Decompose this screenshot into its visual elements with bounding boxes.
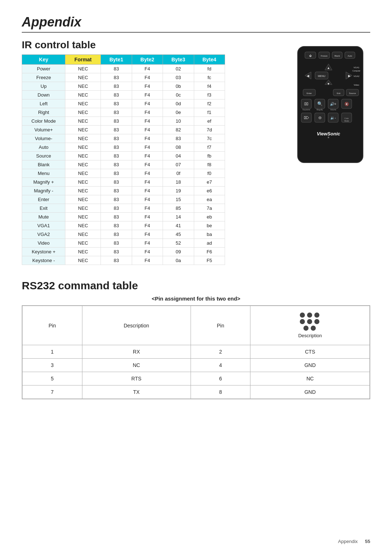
ir-data-cell: NEC [65, 65, 101, 73]
ir-data-cell: 0c [163, 91, 194, 99]
connector-desc-label: Description [298, 333, 322, 338]
ir-table-row: Volume+NEC83F4827d [22, 126, 225, 134]
ir-data-cell: f8 [194, 160, 225, 169]
footer-page: 55 [365, 539, 370, 544]
ir-data-cell: F4 [132, 204, 163, 213]
ir-data-cell: be [194, 221, 225, 230]
ir-data-cell: NEC [65, 117, 101, 126]
ir-data-cell: 83 [101, 204, 132, 213]
connector-dots-row3 [303, 326, 317, 331]
ir-data-cell: NEC [65, 204, 101, 213]
ir-data-cell: NEC [65, 143, 101, 152]
ir-data-cell: NEC [65, 230, 101, 239]
remote-control-image: ⏻ Freeze Blank Auto VGA1 Computer ▲ ◀ ME… [294, 43, 367, 166]
rs232-table-wrapper: Pin Description Pin [22, 305, 370, 399]
ir-table-row: Color ModeNEC83F410ef [22, 117, 225, 126]
rs232-title: RS232 command table [22, 279, 370, 292]
rs232-table-row: 5RTS6NC [23, 372, 370, 385]
ir-data-cell: F4 [132, 256, 163, 265]
ir-section: IR control table Key Format Byte1 Byte2 … [22, 39, 370, 265]
ir-data-cell: f7 [194, 143, 225, 152]
footer-label: Appendix [338, 539, 358, 544]
ir-data-cell: 83 [101, 73, 132, 82]
svg-text:Video: Video [354, 84, 359, 86]
ir-data-cell: F4 [132, 82, 163, 91]
svg-text:Color: Color [344, 117, 349, 119]
ir-key-cell: Exit [22, 204, 65, 213]
ir-data-cell: F4 [132, 134, 163, 143]
ir-col-byte1: Byte1 [101, 55, 132, 65]
ir-data-cell: 83 [101, 99, 132, 108]
ir-data-cell: NEC [65, 152, 101, 160]
rs232-col-pin2: Pin [191, 306, 250, 345]
ir-key-cell: Source [22, 152, 65, 160]
ir-data-cell: NEC [65, 213, 101, 221]
ir-table-row: Magnify -NEC83F419e6 [22, 187, 225, 195]
ir-table-row: BlankNEC83F407f8 [22, 160, 225, 169]
ir-col-byte3: Byte3 [163, 55, 194, 65]
ir-data-cell: 83 [101, 256, 132, 265]
ir-data-cell: e6 [194, 187, 225, 195]
svg-text:Volume: Volume [330, 109, 336, 111]
ir-data-cell: f3 [194, 91, 225, 99]
ir-data-cell: F4 [132, 143, 163, 152]
dot-1 [300, 313, 305, 318]
ir-data-cell: 83 [101, 178, 132, 187]
svg-text:⏻: ⏻ [309, 54, 312, 57]
ir-data-cell: 02 [163, 65, 194, 73]
ir-data-cell: F4 [132, 230, 163, 239]
ir-key-cell: Enter [22, 195, 65, 204]
ir-data-cell: e7 [194, 178, 225, 187]
ir-data-cell: 0b [163, 82, 194, 91]
ir-data-cell: 18 [163, 178, 194, 187]
ir-data-cell: 0e [163, 108, 194, 117]
ir-table-row: UpNEC83F40bf4 [22, 82, 225, 91]
pin-assignment-title: <Pin assignment for this two end> [22, 295, 370, 302]
ir-data-cell: F4 [132, 91, 163, 99]
svg-text:⌦: ⌦ [304, 116, 309, 120]
ir-data-cell: F4 [132, 160, 163, 169]
ir-key-cell: Left [22, 99, 65, 108]
ir-data-cell: 7c [194, 134, 225, 143]
ir-key-cell: Freeze [22, 73, 65, 82]
dot-2 [307, 313, 312, 318]
ir-data-cell: F4 [132, 248, 163, 256]
ir-data-cell: 83 [101, 239, 132, 248]
rs232-data-cell: 1 [23, 345, 82, 359]
rs232-table-row: 3NC4GND [23, 359, 370, 372]
rs232-data-cell: NC [82, 359, 191, 372]
ir-data-cell: 83 [101, 213, 132, 221]
connector-dots-row2 [300, 319, 320, 324]
footer: Appendix 55 [338, 539, 370, 544]
ir-data-cell: fc [194, 73, 225, 82]
rs232-table-row: 7TX8GND [23, 385, 370, 399]
svg-text:Mode: Mode [344, 120, 349, 122]
ir-data-cell: F4 [132, 73, 163, 82]
ir-data-cell: NEC [65, 99, 101, 108]
rs232-table: Pin Description Pin [22, 306, 370, 399]
ir-data-cell: 83 [101, 221, 132, 230]
rs232-data-cell: 8 [191, 385, 250, 399]
ir-data-cell: 83 [101, 160, 132, 169]
ir-data-cell: NEC [65, 239, 101, 248]
ir-data-cell: F4 [132, 178, 163, 187]
svg-text:🔊+: 🔊+ [330, 102, 336, 106]
ir-data-cell: 83 [101, 230, 132, 239]
ir-data-cell: 83 [101, 117, 132, 126]
ir-data-cell: 83 [101, 82, 132, 91]
svg-text:MENU: MENU [318, 75, 326, 77]
ir-key-cell: Up [22, 82, 65, 91]
ir-table-row: Keystone +NEC83F409F6 [22, 248, 225, 256]
ir-table-row: AutoNEC83F408f7 [22, 143, 225, 152]
rs232-data-cell: 5 [23, 372, 82, 385]
ir-data-cell: NEC [65, 187, 101, 195]
ir-data-cell: NEC [65, 256, 101, 265]
ir-key-cell: Down [22, 91, 65, 99]
ir-data-cell: F4 [132, 65, 163, 73]
ir-table-row: Magnify +NEC83F418e7 [22, 178, 225, 187]
rs232-data-cell: 4 [191, 359, 250, 372]
ir-table-row: EnterNEC83F415ea [22, 195, 225, 204]
rs232-data-cell: 2 [191, 345, 250, 359]
ir-data-cell: 83 [101, 91, 132, 99]
ir-key-cell: Magnify - [22, 187, 65, 195]
